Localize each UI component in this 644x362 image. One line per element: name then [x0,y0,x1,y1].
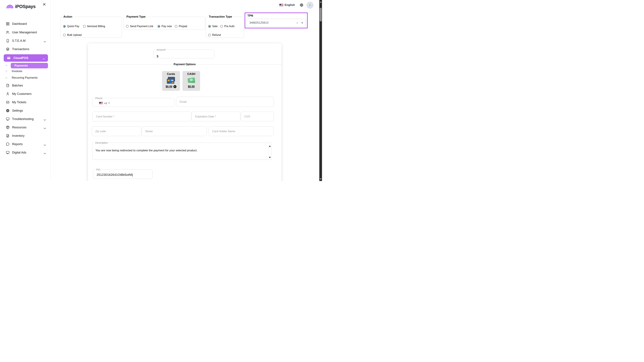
expiration-date-field[interactable] [192,112,240,121]
sidebar-item-my-customers[interactable]: My Customers [0,90,50,97]
dropdown-caret-icon [108,103,110,104]
radio-icon[interactable] [63,25,66,28]
radio-icon[interactable] [63,34,66,36]
payment-type-fieldset: Payment Type Send Payment Link Pay now P… [124,15,205,30]
phone-input[interactable] [112,100,171,107]
radio-option-pinpad[interactable]: Pinpad [175,25,187,28]
page-scrollbar[interactable] [319,0,322,181]
avatar-initial: r [310,3,310,7]
radio-option-pay-now[interactable]: Pay now [158,25,172,28]
sidebar: iPOSpays × Dashboard User Management S.T… [0,0,50,181]
avatar[interactable]: r [306,2,314,9]
radio-option-pre-auth[interactable]: Pre Auth [220,25,234,28]
dropdown-caret-icon[interactable] [301,22,303,24]
sidebar-item-reports[interactable]: Reports [0,141,50,147]
radio-option-refund[interactable]: Refund [208,33,221,36]
sidebar-item-transactions[interactable]: Transactions [0,46,50,52]
payments-bullet-dot-icon [6,65,7,66]
scrollbar-thumb[interactable] [320,8,322,21]
sidebar-item-settings[interactable]: Settings [0,107,50,114]
email-field[interactable] [176,97,274,107]
phone-country-selector[interactable]: +1 [99,102,110,105]
radio-icon[interactable] [208,34,211,36]
chevron-up-icon [42,57,45,59]
inbox-icon [6,100,10,104]
amount-fieldset: Amount* $ [154,48,214,58]
amount-label: Amount* [156,48,167,51]
document-icon [6,134,10,138]
sidebar-item-recurring-payments[interactable]: Recurring Payments [0,74,50,81]
settings-gear-icon[interactable] [299,3,304,7]
tpn-value: 346625125613 [250,21,268,24]
radio-label: Bulk Upload [67,33,82,36]
circle-bullet-icon [6,77,7,79]
amount-input[interactable] [160,51,211,58]
sidebar-item-invoices[interactable]: Invoices [0,68,50,75]
radio-option-sale[interactable]: Sale [208,25,218,28]
radio-option-send-payment-link[interactable]: Send Payment Link [126,25,153,28]
street-field[interactable] [142,126,207,136]
description-label: Description [94,141,109,144]
transaction-type-legend: Transaction Type [208,15,233,18]
language-label: English [284,3,295,7]
radio-option-bulk-upload[interactable]: Bulk Upload [63,33,82,36]
scroll-up-arrow-icon[interactable] [269,145,271,147]
radio-icon[interactable] [208,25,211,28]
sidebar-item-label: Troubleshooting [12,117,34,121]
description-fieldset: Description You are now being redirected… [92,141,272,160]
scroll-down-arrow-icon[interactable] [320,178,322,180]
sidebar-item-resources[interactable]: Resources [0,124,50,131]
sidebar-item-troubleshooting[interactable]: Troubleshooting [0,116,50,122]
radio-icon[interactable] [158,25,160,28]
sidebar-item-batches[interactable]: Batches [0,82,50,89]
credit-card-icon [7,56,11,60]
phone-fieldset: Phone +1 [92,97,174,107]
payment-tile-cash[interactable]: CASH $ $0.00 [182,71,200,91]
radio-icon[interactable] [126,25,129,28]
sidebar-item-inventory[interactable]: Inventory [0,132,50,139]
sidebar-item-label: Settings [12,109,23,112]
close-icon[interactable]: × [42,1,46,7]
users-icon [6,30,10,34]
sidebar-item-digital-ads[interactable]: Digital Ads [0,149,50,156]
sidebar-item-user-management[interactable]: User Management [0,29,50,36]
textarea-scrollbar[interactable] [268,145,271,159]
description-textarea[interactable]: You are now being redirected to complete… [96,149,265,152]
us-flag-icon [280,4,284,6]
scroll-up-arrow-icon[interactable] [320,1,322,3]
circle-bullet-icon [6,70,7,72]
sidebar-item-cloudpos[interactable]: CloudPOS [4,54,48,62]
action-fieldset: Action Quick Pay Itemized Billing Bulk U… [60,15,122,38]
radio-icon[interactable] [83,25,86,28]
pid-label: PID [95,168,101,171]
sidebar-item-payments[interactable]: Payments [11,63,48,68]
card-number-field[interactable] [92,112,191,121]
zip-code-field[interactable] [92,126,141,136]
card-holder-name-field[interactable] [209,126,274,136]
radio-option-quick-pay[interactable]: Quick Pay [63,25,79,28]
cards-amount[interactable]: $0.00 [166,85,172,88]
credit-cards-icon [162,76,180,85]
radio-icon[interactable] [220,25,223,28]
payment-tile-cards[interactable]: Cards $0.00 + [162,71,180,91]
radio-option-itemized-billing[interactable]: Itemized Billing [83,25,105,28]
logo-text: iPOSpays [15,4,36,9]
sidebar-item-my-tickets[interactable]: My Tickets [0,99,50,106]
cvv-field[interactable] [241,112,274,121]
clear-icon[interactable]: × [296,21,298,24]
tpn-box: TPN 346625125613 × [245,12,308,28]
language-selector[interactable]: English [280,3,295,7]
sidebar-item-steam[interactable]: S.T.E.A.M [0,37,50,44]
sidebar-item-label: CloudPOS [14,56,28,60]
sidebar-item-dashboard[interactable]: Dashboard [0,20,50,27]
pid-value[interactable]: 251230162641Ot8b5otNfj [96,173,133,177]
add-amount-plus-icon[interactable]: + [174,85,176,88]
package-icon [6,125,10,129]
cash-amount[interactable]: $0.00 [188,85,194,88]
tpn-select[interactable]: 346625125613 × [246,19,306,27]
radio-icon[interactable] [175,25,178,28]
chevron-down-icon [44,152,46,153]
layers-icon [6,47,10,51]
tile-title: Cards [162,72,180,76]
scroll-down-arrow-icon[interactable] [269,157,271,158]
